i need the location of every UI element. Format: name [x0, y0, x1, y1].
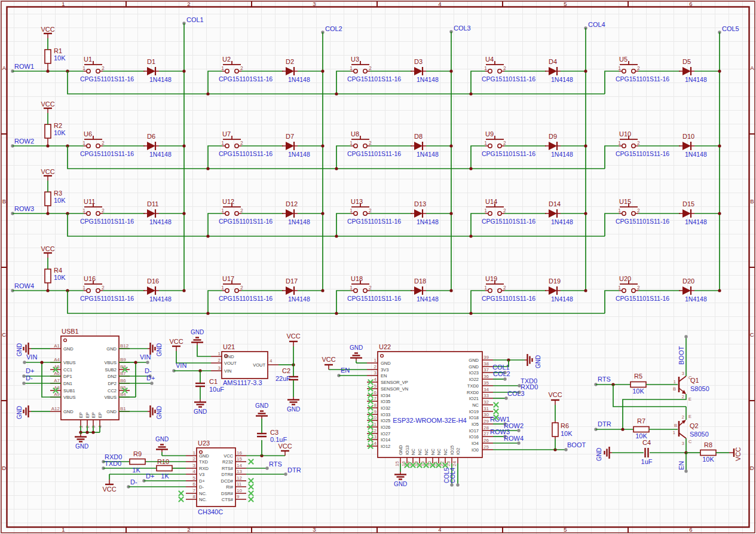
- key-switch-U5[interactable]: U512CPG151101S11-16: [605, 56, 680, 94]
- junction-dot: [584, 289, 587, 292]
- diode-D9[interactable]: D91N4148: [545, 133, 587, 158]
- schematic-canvas[interactable]: 112233445566AABBCCDDCOL1COL2COL3COL4COL5…: [0, 0, 756, 534]
- resistor-R9[interactable]: R91K: [130, 450, 145, 474]
- value-label: 1N4148: [417, 218, 439, 225]
- net-col-COL4[interactable]: COL4: [584, 21, 605, 291]
- net-label-COL4[interactable]: COL4: [588, 21, 605, 28]
- net-col-COL1[interactable]: COL1: [182, 16, 203, 291]
- net-label-COL2[interactable]: COL2: [493, 370, 510, 377]
- key-switch-U16[interactable]: U1612CPG151101S11-16: [80, 275, 145, 302]
- diode-D14[interactable]: D141N4148: [545, 200, 587, 225]
- key-switch-U20[interactable]: U2012CPG151101S11-16: [605, 275, 680, 313]
- pullup-resistor-R3[interactable]: VCCR310K: [41, 168, 66, 213]
- net-label-EN[interactable]: EN: [341, 367, 350, 374]
- key-switch-U12[interactable]: U1212CPG151101S11-16: [206, 198, 283, 238]
- key-switch-U8[interactable]: U812CPG151101S11-16: [335, 130, 412, 170]
- diode-D17[interactable]: D171N4148: [282, 277, 325, 303]
- key-switch-U2[interactable]: U212CPG151101S11-16: [206, 56, 283, 96]
- net-label-COL5[interactable]: COL5: [722, 25, 739, 32]
- key-switch-U7[interactable]: U712CPG151101S11-16: [206, 130, 283, 170]
- net-label-BOOT[interactable]: BOOT: [567, 441, 586, 448]
- diode-D5[interactable]: D51N4148: [679, 58, 721, 83]
- net-label-D-[interactable]: D-: [130, 478, 137, 486]
- key-switch-U9[interactable]: U912CPG151101S11-16: [469, 130, 546, 170]
- resistor-R8[interactable]: R810K: [700, 441, 716, 463]
- net-label-VIN[interactable]: VIN: [140, 353, 151, 361]
- key-switch-U1[interactable]: U112CPG151101S11-16: [80, 56, 145, 83]
- capacitor-C1[interactable]: GNDC110uF: [194, 371, 224, 415]
- diode-D19[interactable]: D191N4148: [545, 277, 587, 303]
- net-label-ROW4[interactable]: ROW4: [14, 282, 34, 289]
- net-col-COL5[interactable]: COL5: [718, 25, 739, 291]
- net-label-D-[interactable]: D-: [145, 367, 152, 374]
- diode-D8[interactable]: D81N4148: [411, 133, 453, 158]
- diode-D20[interactable]: D201N4148: [679, 277, 721, 303]
- diode-D12[interactable]: D121N4148: [282, 200, 325, 225]
- regulator-U21[interactable]: U21AMS1117-3.31GND2VOUT3VIN4VOUT: [211, 343, 278, 386]
- capacitor-C4[interactable]: C41uF: [641, 439, 653, 465]
- net-label-ROW4[interactable]: ROW4: [504, 435, 524, 442]
- esp32-module-U22[interactable]: U22ESP32-WROOM-32E-H41GND23V33EN4SENSOR_…: [367, 343, 493, 466]
- value-label: CPG151101S11-16: [80, 75, 134, 83]
- key-switch-U3[interactable]: U312CPG151101S11-16: [335, 56, 412, 96]
- diode-D11[interactable]: D111N4148: [143, 200, 186, 225]
- diode-D3[interactable]: D31N4148: [411, 58, 453, 83]
- net-label-COL3[interactable]: COL3: [507, 390, 525, 397]
- net-label-D+[interactable]: D+: [146, 374, 155, 382]
- resistor-R7[interactable]: R710K: [633, 417, 649, 440]
- net-label-D-[interactable]: D-: [26, 374, 33, 382]
- diode-D1[interactable]: D11N4148: [143, 58, 186, 83]
- uart-bridge-U23[interactable]: U23CH340C1GND2TXD3RXD4V35D+6D-7NC.8NC.16…: [186, 440, 246, 515]
- diode-D4[interactable]: D41N4148: [545, 58, 587, 83]
- usb-connector-USB1[interactable]: USB1A1GNDA4VBUSA5CC1A6DP1A7DN1A8SUB1A9VB…: [50, 328, 130, 428]
- net-label-COL2[interactable]: COL2: [325, 25, 342, 32]
- net-label-COL4[interactable]: COL4: [449, 467, 456, 483]
- resistor-R5[interactable]: R510K: [630, 373, 646, 395]
- key-switch-U18[interactable]: U1812CPG151101S11-16: [335, 275, 412, 315]
- net-label-VIN[interactable]: VIN: [176, 362, 186, 369]
- transistor-Q1[interactable]: 1B3C2EQ1S8050: [673, 371, 709, 402]
- diode-D6[interactable]: D61N4148: [143, 133, 186, 158]
- net-label-COL1[interactable]: COL1: [186, 16, 204, 23]
- key-switch-U14[interactable]: U1412CPG151101S11-16: [469, 198, 546, 238]
- key-switch-U4[interactable]: U412CPG151101S11-16: [469, 56, 546, 96]
- pin-name: SUB1: [63, 388, 75, 393]
- key-switch-U10[interactable]: U1012CPG151101S11-16: [605, 130, 680, 169]
- net-label-BOOT[interactable]: BOOT: [678, 346, 685, 365]
- net-label-VIN[interactable]: VIN: [26, 353, 37, 361]
- diode-D16[interactable]: D161N4148: [143, 277, 186, 303]
- net-label-DTR[interactable]: DTR: [598, 420, 611, 428]
- net-label-D+[interactable]: D+: [146, 472, 154, 480]
- net-label-TXD0[interactable]: TXD0: [105, 460, 121, 467]
- net-label-ROW2[interactable]: ROW2: [14, 138, 34, 145]
- net-label-DTR[interactable]: DTR: [287, 466, 301, 474]
- diode-D15[interactable]: D151N4148: [679, 200, 721, 225]
- diode-D18[interactable]: D181N4148: [411, 277, 453, 303]
- diode-D7[interactable]: D71N4148: [282, 133, 325, 158]
- key-switch-U11[interactable]: U1112CPG151101S11-16: [80, 198, 145, 225]
- key-switch-U6[interactable]: U612CPG151101S11-16: [80, 130, 145, 157]
- diode-D10[interactable]: D101N4148: [679, 133, 721, 158]
- pullup-resistor-R1[interactable]: VCCR110K: [41, 26, 66, 71]
- key-switch-U13[interactable]: U1312CPG151101S11-16: [335, 198, 412, 238]
- key-switch-U17[interactable]: U1712CPG151101S11-16: [206, 275, 283, 315]
- net-label-EN[interactable]: EN: [678, 461, 685, 470]
- auto-reset-circuit[interactable]: RTSR510K1B3C2EQ1S8050BOOTDTRR710K2EB13CQ…: [594, 335, 742, 472]
- net-label-ROW1[interactable]: ROW1: [14, 63, 34, 70]
- transistor-Q2[interactable]: 2EB13CQ2S8050: [673, 414, 709, 446]
- net-col-COL2[interactable]: COL2: [321, 25, 342, 291]
- key-switch-U15[interactable]: U1512CPG151101S11-16: [605, 198, 680, 236]
- net-label-ROW3[interactable]: ROW3: [14, 205, 34, 212]
- net-col-COL3[interactable]: COL3: [449, 25, 470, 291]
- capacitor-C2[interactable]: GNDC222uF: [276, 365, 300, 413]
- diode-D13[interactable]: D131N4148: [411, 200, 453, 225]
- key-switch-U19[interactable]: U1912CPG151101S11-16: [469, 275, 546, 315]
- net-label-RTS[interactable]: RTS: [269, 460, 282, 468]
- pullup-resistor-R4[interactable]: VCCR410K: [41, 245, 66, 291]
- diode-D2[interactable]: D21N4148: [282, 58, 325, 83]
- pullup-resistor-R2[interactable]: VCCR210K: [41, 100, 66, 146]
- net-label-COL3[interactable]: COL3: [454, 25, 471, 32]
- net-label-RTS[interactable]: RTS: [598, 376, 611, 383]
- pin-name: B: [674, 423, 677, 428]
- net-label-D+[interactable]: D+: [26, 367, 34, 374]
